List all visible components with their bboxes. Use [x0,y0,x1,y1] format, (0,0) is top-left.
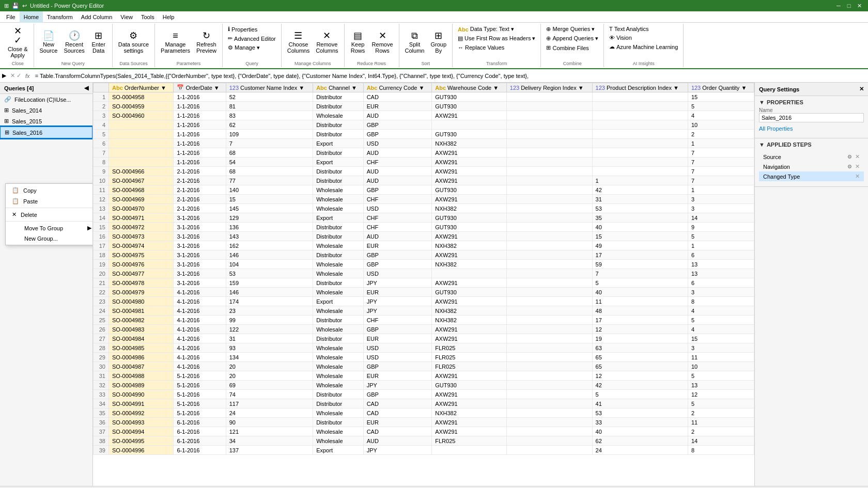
formula-bar-input[interactable] [35,73,866,79]
query-item-file-location[interactable]: 🔗 FileLocation (C)\Use... [0,94,92,105]
col-warehouse[interactable]: Abc Warehouse Code ▼ [432,83,507,92]
menu-add-column[interactable]: Add Column [77,11,117,23]
col-delivery[interactable]: 123 Delivery Region Index ▼ [506,83,592,92]
new-source-button[interactable]: 📄 NewSource [37,29,60,55]
query-item-sales-2014[interactable]: ⊞ Sales_2014 [0,105,92,116]
ctx-delete[interactable]: ✕ Delete [6,209,93,220]
remove-columns-button[interactable]: ✕ RemoveColumns [313,29,340,55]
cell-warehouse: NXH382 [432,408,507,418]
ribbon-btns-col-transform: Abc Data Type: Text ▾ ▤ Use First Row as… [456,25,537,52]
menu-help[interactable]: Help [159,11,179,23]
group-by-button[interactable]: ⊞ GroupBy [428,29,449,55]
menu-file[interactable]: File [2,11,20,23]
cell-currency: GBP [363,120,432,130]
new-source-icon: 📄 [43,31,54,40]
advanced-editor-button[interactable]: ✏ Advanced Editor [226,34,278,43]
col-order-date[interactable]: 📅 OrderDate ▼ [174,83,226,92]
menu-transform[interactable]: Transform [43,11,77,23]
close-apply-button[interactable]: ✕✓ Close &Apply [5,25,30,60]
manage-button[interactable]: ⚙ Manage ▾ [226,43,278,52]
properties-button[interactable]: ℹ Properties [226,25,278,34]
refresh-preview-button[interactable]: ↻ RefreshPreview [194,29,219,55]
cell-order-number: SO-0004960 [109,111,174,120]
cell-delivery [506,120,592,130]
combine-files-button[interactable]: ⊞ Combine Files [544,43,600,52]
cell-customer: 62 [226,120,313,130]
col-currency[interactable]: Abc Currency Code ▼ [363,83,432,92]
col-customer-name[interactable]: 123 Customer Name Index ▼ [226,83,313,92]
menu-tools[interactable]: Tools [137,11,159,23]
text-analytics-button[interactable]: T Text Analytics [607,25,680,33]
step-navigation[interactable]: Navigation ⚙ ✕ [759,162,864,171]
cell-qty: 5 [688,102,754,111]
save-icon[interactable]: 💾 [12,3,19,9]
azure-ml-button[interactable]: ☁ Azure Machine Learning [607,42,680,51]
cell-order-date: 5-1-2016 [174,408,226,418]
cell-row-num: 15 [94,223,109,232]
menu-home[interactable]: Home [20,11,43,23]
combine-files-label: Combine Files [552,45,588,51]
col-channel[interactable]: Abc Channel ▼ [313,83,364,92]
cell-product: 24 [592,446,688,455]
keep-rows-button[interactable]: ▤ KeepRows [348,29,368,55]
queries-collapse-icon[interactable]: ◀ [84,85,88,91]
all-properties-link[interactable]: All Properties [759,125,864,132]
minimize-button[interactable]: ─ [834,2,843,10]
step-navigation-gear[interactable]: ⚙ [847,164,852,169]
cell-order-number [109,148,174,158]
replace-values-button[interactable]: ↔ Replace Values [456,43,537,52]
append-queries-button[interactable]: ⊕ Append Queries ▾ [544,34,600,43]
undo-icon[interactable]: ↩ [22,3,27,9]
formula-label: ✕ ✓ [10,72,21,79]
cell-row-num: 39 [94,446,109,455]
ctx-move-to-group[interactable]: Move To Group ▶ [6,223,93,233]
cell-qty: 4 [688,325,754,334]
close-button[interactable]: ✕ [855,2,864,10]
cell-warehouse: NXH382 [432,139,507,148]
cell-qty: 5 [688,232,754,241]
name-prop-input[interactable] [759,113,864,122]
cell-warehouse: AXW291 [432,418,507,427]
cell-product: 53 [592,204,688,213]
step-source-gear[interactable]: ⚙ [847,154,852,160]
first-row-headers-button[interactable]: ▤ Use First Row as Headers ▾ [456,34,537,43]
recent-sources-button[interactable]: 🕐 RecentSources [61,29,87,55]
cell-order-number: SO-0004993 [109,418,174,427]
data-type-button[interactable]: Abc Data Type: Text ▾ [456,25,537,34]
remove-rows-button[interactable]: ✕ RemoveRows [369,29,396,55]
merge-queries-button[interactable]: ⊕ Merge Queries ▾ [544,25,600,34]
split-column-button[interactable]: ⧉ SplitColumn [402,29,427,55]
query-item-sales-2015[interactable]: ⊞ Sales_2015 [0,116,92,127]
ctx-new-group[interactable]: New Group... [6,233,93,244]
data-grid-container[interactable]: Abc OrderNumber ▼ 📅 OrderDate ▼ [93,83,754,486]
maximize-button[interactable]: □ [844,2,854,10]
vision-button[interactable]: 👁 Vision [607,34,680,42]
choose-columns-button[interactable]: ☰ ChooseColumns [285,29,312,55]
cell-qty: 7 [688,148,754,158]
ctx-paste[interactable]: 📋 Paste [6,196,93,207]
col-order-qty[interactable]: 123 Order Quantity ▼ [688,83,754,92]
cell-currency: AUD [363,148,432,158]
query-settings-close-icon[interactable]: ✕ [859,86,864,92]
cell-channel: Wholesale [313,288,364,297]
cell-qty: 14 [688,213,754,223]
formula-bar-expand[interactable]: ▶ [2,72,6,79]
manage-parameters-button[interactable]: ≡ ManageParameters [158,29,193,55]
cell-product: 5 [592,390,688,399]
cell-customer: 129 [226,213,313,223]
cell-warehouse: AXW291 [432,148,507,158]
cell-order-date: 3-1-2016 [174,241,226,250]
step-changed-type[interactable]: Changed Type ✕ [759,171,864,181]
ctx-copy[interactable]: 📋 Copy [6,185,93,196]
query-item-sales-2016[interactable]: ⊞ Sales_2016 [0,127,92,138]
enter-data-button[interactable]: ⊞ EnterData [88,29,109,55]
step-source[interactable]: Source ⚙ ✕ [759,152,864,162]
query-icon-sales-2014: ⊞ [4,107,9,114]
data-source-settings-button[interactable]: ⚙ Data sourcesettings [116,29,151,55]
choose-columns-icon: ☰ [294,31,302,40]
cell-product: 15 [592,232,688,241]
menu-view[interactable]: View [116,11,137,23]
col-order-number[interactable]: Abc OrderNumber ▼ [109,83,174,92]
cell-currency: GBP [363,390,432,399]
col-product[interactable]: 123 Product Description Index ▼ [592,83,688,92]
